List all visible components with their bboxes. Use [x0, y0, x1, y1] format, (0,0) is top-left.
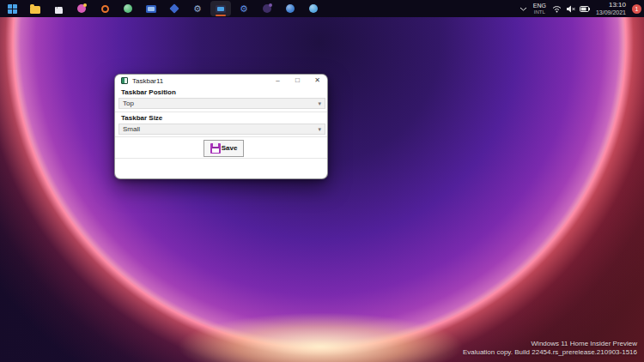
taskbar-app-settings-gear[interactable] [187, 1, 208, 16]
clock[interactable]: 13:10 13/09/2021 [596, 2, 626, 15]
dark-app-icon [263, 4, 271, 13]
tray-date: 13/09/2021 [596, 9, 626, 15]
watermark-line1: Windows 11 Home Insider Preview [463, 340, 637, 348]
taskbar-app-taskbar11[interactable] [210, 1, 231, 16]
app-light-icon [309, 4, 318, 13]
tray-time: 13:10 [609, 2, 626, 9]
taskbar-app-globe-app[interactable] [118, 1, 138, 16]
taskbar-position-value: Top [123, 100, 134, 107]
taskbar-app-app-light[interactable] [303, 1, 324, 16]
photos-icon [146, 5, 156, 13]
taskbar-app-photos[interactable] [141, 1, 161, 16]
save-button-label: Save [222, 145, 238, 152]
system-tray: ENG INTL [519, 0, 641, 17]
window-title: Taskbar11 [132, 77, 163, 85]
taskbar-app-paint[interactable] [71, 1, 92, 16]
floppy-disk-icon [210, 143, 221, 154]
paint-icon [77, 4, 86, 13]
taskbar-size-value: Small [123, 126, 140, 133]
separator [115, 136, 327, 137]
taskbar11-icon [216, 5, 226, 13]
watermark-line2: Evaluation copy. Build 22454.rs_prerelea… [463, 348, 637, 357]
separator [115, 158, 327, 159]
active-app-indicator [216, 15, 226, 16]
language-secondary: INTL [534, 9, 545, 15]
chevron-down-icon: ▾ [318, 126, 321, 132]
close-button[interactable]: ✕ [307, 75, 327, 87]
taskbar-app-gear-blue[interactable] [234, 1, 254, 16]
taskbar-size-label: Taskbar Size [121, 115, 162, 122]
quick-settings[interactable] [552, 5, 590, 13]
taskbar-position-label: Taskbar Position [121, 89, 176, 96]
language-primary: ENG [533, 3, 546, 9]
gear-blue-icon [239, 3, 249, 14]
taskbar: ENG INTL [0, 0, 644, 17]
taskbar-app-app-round[interactable] [280, 1, 301, 16]
evaluation-watermark: Windows 11 Home Insider Preview Evaluati… [463, 340, 637, 357]
taskbar-app-start[interactable] [2, 1, 22, 16]
taskbar11-window: Taskbar11 – □ ✕ Taskbar Position Top ▾ T… [114, 74, 328, 179]
taskbar-app-app-diamond[interactable] [164, 1, 185, 16]
taskbar-size-select[interactable]: Small ▾ [118, 124, 325, 135]
save-button[interactable]: Save [204, 140, 244, 157]
taskbar-apps [0, 1, 326, 16]
titlebar[interactable]: Taskbar11 – □ ✕ [115, 75, 327, 87]
window-icon [121, 77, 128, 84]
notification-badge[interactable]: 1 [632, 4, 641, 14]
start-icon [8, 4, 17, 14]
caption-buttons: – □ ✕ [268, 75, 327, 87]
maximize-button[interactable]: □ [288, 75, 307, 87]
taskbar-app-store[interactable] [48, 1, 69, 16]
wifi-icon [552, 5, 562, 13]
file-explorer-icon [30, 6, 40, 14]
search-icon [101, 5, 109, 13]
settings-gear-icon [192, 3, 203, 14]
taskbar-app-file-explorer[interactable] [25, 1, 46, 16]
volume-muted-icon [566, 5, 575, 13]
app-diamond-icon [169, 3, 179, 13]
battery-icon [580, 6, 590, 12]
tray-overflow-chevron-icon[interactable] [519, 7, 527, 11]
desktop[interactable]: ENG INTL [0, 0, 644, 362]
taskbar-position-select[interactable]: Top ▾ [118, 98, 325, 109]
taskbar-app-search[interactable] [94, 1, 115, 16]
app-round-icon [286, 4, 295, 13]
chevron-down-icon: ▾ [318, 100, 321, 106]
globe-app-icon [124, 4, 132, 13]
store-icon [55, 7, 63, 14]
language-indicator[interactable]: ENG INTL [533, 3, 546, 15]
minimize-button[interactable]: – [268, 75, 288, 87]
separator [115, 112, 327, 112]
taskbar-app-dark-app[interactable] [257, 1, 277, 16]
